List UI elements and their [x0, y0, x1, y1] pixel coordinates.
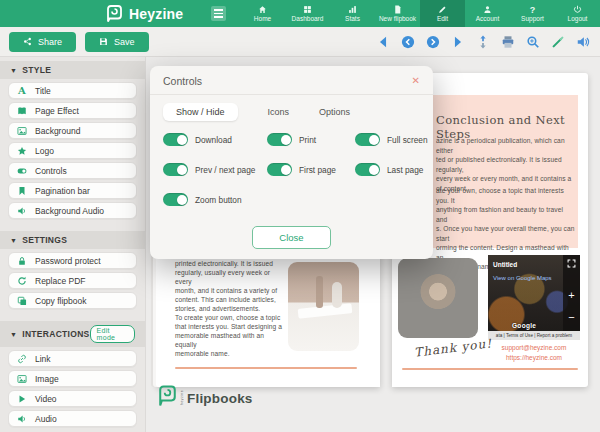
- nav-item-account[interactable]: Account: [465, 0, 510, 27]
- last-page-toggle[interactable]: [355, 163, 380, 176]
- zoom-button-toggle[interactable]: [163, 193, 188, 206]
- download-toggle[interactable]: [163, 133, 188, 146]
- heyzine-pin-icon: [106, 4, 123, 23]
- fullscreen-icon[interactable]: [475, 34, 490, 49]
- map-zoom-in-button[interactable]: +: [568, 290, 574, 300]
- tab-options[interactable]: Options: [319, 103, 350, 121]
- sidebar-item-replace-pdf[interactable]: Replace PDF: [8, 272, 137, 289]
- sidebar-item-logo[interactable]: Logo: [8, 142, 137, 159]
- power-icon: [573, 5, 582, 14]
- heyzine-logo[interactable]: Heyzine: [106, 4, 183, 23]
- contact-links: support@heyzine.com https://heyzine.com: [488, 343, 580, 363]
- pencil-icon[interactable]: [550, 34, 565, 49]
- heyzine-url-link[interactable]: https://heyzine.com: [488, 353, 580, 363]
- image-icon: [17, 374, 27, 384]
- sidebar-item-pagination-bar[interactable]: Pagination bar: [8, 182, 137, 199]
- new-flipbook-icon: [393, 5, 402, 14]
- left-sidebar: ▼ STYLE A Title Page Effect Background L…: [0, 57, 146, 432]
- controls-modal: Controls ✕ Show / Hide Icons Options Dow…: [150, 66, 433, 259]
- nav-items: Home Dashboard Stats New flipbook Edit A…: [240, 0, 600, 27]
- sidebar-item-background-audio[interactable]: Background Audio: [8, 202, 137, 219]
- prev-page-icon[interactable]: [400, 34, 415, 49]
- section-style[interactable]: ▼ STYLE: [0, 61, 145, 79]
- thank-you-script: Thank you!: [413, 336, 492, 359]
- map-title: Untitled: [493, 261, 517, 268]
- left-page-paragraph-2: To create your own, choose a topic that …: [175, 313, 287, 358]
- toggle-download: Download: [163, 133, 267, 146]
- edit-mode-badge[interactable]: Edit mode: [90, 325, 135, 343]
- section-interactions[interactable]: ▼ INTERACTIONS Edit mode: [0, 321, 145, 347]
- bookmark-icon: [17, 186, 27, 196]
- map-attribution[interactable]: ata | Terms of Use | Report a problem: [488, 331, 580, 340]
- modal-footer: Close: [150, 226, 433, 249]
- heyzine-pin-icon: [158, 384, 177, 408]
- sidebar-item-image[interactable]: Image: [8, 370, 137, 387]
- sidebar-item-controls[interactable]: Controls: [8, 162, 137, 179]
- sidebar-item-link[interactable]: Link: [8, 350, 137, 367]
- play-icon: [17, 394, 27, 404]
- sidebar-item-background[interactable]: Background: [8, 122, 137, 139]
- nav-item-new-flipbook[interactable]: New flipbook: [375, 0, 420, 27]
- toggle-full-screen: Full screen: [355, 133, 446, 146]
- print-icon[interactable]: [500, 34, 515, 49]
- map-fullscreen-icon[interactable]: [567, 259, 576, 268]
- map-controls: + −: [563, 255, 580, 331]
- toggle-zoom-button: Zoom button: [163, 193, 267, 206]
- section-settings[interactable]: ▼ SETTINGS: [0, 231, 145, 249]
- toggle-prev-next-page: Prev / next page: [163, 163, 267, 176]
- speaker-icon: [17, 414, 27, 424]
- toggle-grid: Download Print Full screen Prev / next p…: [150, 125, 433, 206]
- nav-item-home[interactable]: Home: [240, 0, 285, 27]
- stats-icon: [348, 5, 357, 14]
- support-email-link[interactable]: support@heyzine.com: [488, 343, 580, 353]
- map-zoom-out-button[interactable]: −: [568, 312, 574, 322]
- view-on-google-maps-link[interactable]: View on Google Maps: [493, 275, 552, 281]
- top-navbar: Heyzine Home Dashboard Stats New flipboo…: [0, 0, 600, 27]
- nav-item-logout[interactable]: Logout: [555, 0, 600, 27]
- lock-icon: [17, 256, 27, 266]
- menu-icon[interactable]: [211, 6, 226, 21]
- zoom-icon[interactable]: [525, 34, 540, 49]
- last-page-icon[interactable]: [450, 34, 465, 49]
- close-button[interactable]: Close: [252, 226, 330, 249]
- tab-show-hide[interactable]: Show / Hide: [163, 103, 238, 121]
- sidebar-item-title[interactable]: A Title: [8, 82, 137, 99]
- first-page-icon[interactable]: [375, 34, 390, 49]
- next-page-icon[interactable]: [425, 34, 440, 49]
- account-icon: [483, 5, 492, 14]
- volume-icon[interactable]: [575, 34, 590, 49]
- save-icon: [99, 37, 108, 46]
- tab-icons[interactable]: Icons: [268, 103, 290, 121]
- nav-item-edit[interactable]: Edit: [420, 0, 465, 27]
- nav-item-support[interactable]: ? Support: [510, 0, 555, 27]
- sidebar-item-audio[interactable]: Audio: [8, 410, 137, 427]
- sidebar-item-video[interactable]: Video: [8, 390, 137, 407]
- edit-icon: [438, 5, 447, 14]
- sidebar-item-password-protect[interactable]: Password protect: [8, 252, 137, 269]
- dashboard-icon: [303, 5, 312, 14]
- toggle-last-page: Last page: [355, 163, 446, 176]
- modal-tabs: Show / Hide Icons Options: [150, 95, 433, 125]
- toggle-print: Print: [267, 133, 355, 146]
- sidebar-item-copy-flipbook[interactable]: Copy flipbook: [8, 292, 137, 309]
- caret-down-icon: ▼: [10, 237, 17, 244]
- save-button[interactable]: Save: [85, 32, 149, 52]
- print-toggle[interactable]: [267, 133, 292, 146]
- prev-next-page-toggle[interactable]: [163, 163, 188, 176]
- link-icon: [17, 354, 27, 364]
- share-button[interactable]: Share: [9, 32, 76, 52]
- share-label: Share: [38, 37, 62, 47]
- nav-item-stats[interactable]: Stats: [330, 0, 375, 27]
- modal-close-icon[interactable]: ✕: [412, 76, 420, 86]
- flipbooks-footer-logo[interactable]: heyzine Flipbooks: [158, 384, 253, 408]
- footer-logo-vertical-text: heyzine: [180, 390, 184, 405]
- google-maps-embed[interactable]: Untitled View on Google Maps + − Google …: [488, 255, 580, 340]
- star-icon: [17, 146, 27, 156]
- image-icon: [17, 126, 27, 136]
- woman-photo: [398, 258, 478, 338]
- first-page-toggle[interactable]: [267, 163, 292, 176]
- nav-item-dashboard[interactable]: Dashboard: [285, 0, 330, 27]
- sidebar-item-page-effect[interactable]: Page Effect: [8, 102, 137, 119]
- toggle-icon: [17, 166, 27, 176]
- full-screen-toggle[interactable]: [355, 133, 380, 146]
